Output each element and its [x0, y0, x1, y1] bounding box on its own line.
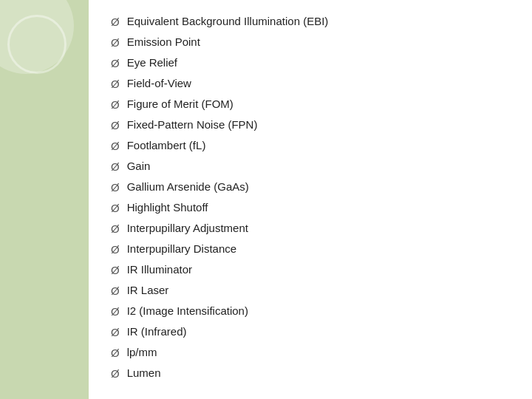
- list-item: ØGallium Arsenide (GaAs): [111, 179, 510, 195]
- item-label: IR Illuminator: [127, 262, 192, 277]
- item-label: lp/mm: [127, 344, 157, 360]
- list-item: Ølp/mm: [111, 344, 510, 361]
- list-item: ØFixed-Pattern Noise (FPN): [111, 117, 510, 133]
- item-label: I2 (Image Intensification): [127, 303, 248, 318]
- list-item: ØLumen: [111, 365, 510, 381]
- list-item: ØField-of-View: [111, 75, 510, 92]
- item-label: Fixed-Pattern Noise (FPN): [127, 117, 258, 132]
- list-item: ØEmission Point: [111, 34, 510, 50]
- bullet-icon: Ø: [111, 117, 120, 133]
- bullet-icon: Ø: [111, 221, 120, 236]
- bullet-icon: Ø: [111, 262, 120, 278]
- bullet-icon: Ø: [111, 55, 120, 71]
- list-item: ØEquivalent Background Illumination (EBI…: [111, 13, 510, 30]
- bullet-icon: Ø: [111, 366, 120, 381]
- list-item: ØFootlambert (fL): [111, 137, 510, 154]
- list-item: ØIR Illuminator: [111, 262, 510, 278]
- item-label: IR Laser: [127, 282, 169, 298]
- item-label: Gain: [127, 158, 151, 174]
- list-item: ØEye Relief: [111, 55, 510, 71]
- item-label: Interpupillary Distance: [127, 241, 236, 256]
- list-item: ØInterpupillary Adjustment: [111, 220, 510, 236]
- list-item: ØI2 (Image Intensification): [111, 303, 510, 319]
- list-item: ØHighlight Shutoff: [111, 200, 510, 216]
- item-label: Eye Relief: [127, 55, 177, 70]
- decorative-circle-small: [7, 15, 66, 74]
- bullet-icon: Ø: [111, 180, 120, 195]
- bullet-icon: Ø: [111, 345, 120, 361]
- item-label: Gallium Arsenide (GaAs): [127, 179, 249, 194]
- bullet-icon: Ø: [111, 76, 120, 92]
- bullet-icon: Ø: [111, 324, 120, 340]
- bullet-icon: Ø: [111, 159, 120, 174]
- item-label: Field-of-View: [127, 75, 191, 91]
- bullet-icon: Ø: [111, 35, 120, 50]
- item-label: Equivalent Background Illumination (EBI): [127, 13, 329, 29]
- left-decorative-panel: [0, 0, 89, 399]
- item-label: Footlambert (fL): [127, 137, 206, 153]
- bullet-icon: Ø: [111, 200, 120, 216]
- item-label: IR (Infrared): [127, 324, 187, 339]
- list-item: ØGain: [111, 158, 510, 174]
- item-label: Highlight Shutoff: [127, 200, 208, 215]
- item-label: Interpupillary Adjustment: [127, 220, 248, 236]
- item-label: Lumen: [127, 365, 161, 381]
- bullet-icon: Ø: [111, 304, 120, 319]
- list-item: ØIR Laser: [111, 282, 510, 299]
- bullet-icon: Ø: [111, 138, 120, 154]
- glossary-list: ØEquivalent Background Illumination (EBI…: [111, 13, 510, 386]
- bullet-icon: Ø: [111, 283, 120, 299]
- list-item: ØIR (Infrared): [111, 324, 510, 340]
- bullet-icon: Ø: [111, 97, 120, 112]
- bullet-icon: Ø: [111, 242, 120, 257]
- main-content: ØEquivalent Background Illumination (EBI…: [89, 0, 532, 399]
- list-item: ØInterpupillary Distance: [111, 241, 510, 257]
- list-item: ØFigure of Merit (FOM): [111, 96, 510, 112]
- item-label: Emission Point: [127, 34, 200, 50]
- item-label: Figure of Merit (FOM): [127, 96, 233, 112]
- bullet-icon: Ø: [111, 14, 120, 30]
